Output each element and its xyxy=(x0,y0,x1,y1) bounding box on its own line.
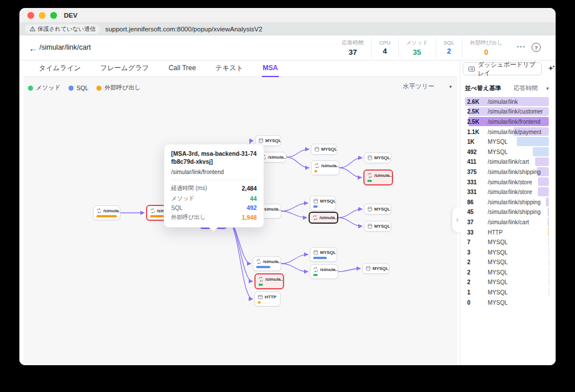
graph-node[interactable]: MYSQL xyxy=(311,144,337,155)
sparkle-plus-icon xyxy=(547,64,556,73)
node-icon xyxy=(96,208,102,213)
row-value: 331 xyxy=(467,179,477,185)
transaction-row[interactable]: 492 MYSQL xyxy=(465,147,549,157)
traffic-light[interactable] xyxy=(50,12,57,19)
graph-node[interactable]: HTTP xyxy=(254,292,281,306)
transaction-row[interactable]: 2.5K /simular/link/customer xyxy=(465,107,549,117)
row-bar xyxy=(548,228,549,237)
transaction-row[interactable]: 86 /simular/link/shipping xyxy=(465,197,549,207)
row-bar xyxy=(517,137,549,146)
tab[interactable]: フレームグラフ xyxy=(99,60,151,77)
graph-node[interactable]: MYSQL xyxy=(362,263,390,274)
node-label: /simula... xyxy=(265,277,284,282)
row-value: 0 xyxy=(467,299,471,305)
database-icon xyxy=(367,207,372,212)
graph-edge xyxy=(339,168,362,177)
transaction-icon xyxy=(258,277,264,282)
help-button[interactable]: ? xyxy=(532,43,541,52)
row-value: 2 xyxy=(467,259,471,265)
transaction-row[interactable]: 1.1K /simular/link/payment xyxy=(465,127,549,137)
transaction-row[interactable]: 411 /simular/link/cart xyxy=(465,157,549,167)
address-bar[interactable]: 保護されていない通信 support.jennifersoft.com:8000… xyxy=(19,23,556,35)
node-metric-bar xyxy=(313,257,327,259)
transaction-row[interactable]: 331 /simular/link/store xyxy=(465,187,549,197)
dashboard-replay-button[interactable]: ダッシュボードリプレイ xyxy=(463,62,542,75)
tooltip-row: メソッド 44 xyxy=(171,195,257,203)
tab[interactable]: Call Tree xyxy=(167,60,197,77)
row-value: 86 xyxy=(467,199,473,205)
graph-edge xyxy=(338,218,362,227)
transaction-icon xyxy=(150,208,155,213)
tab-label: フレームグラフ xyxy=(100,63,149,73)
graph-edge xyxy=(281,254,308,264)
graph-canvas[interactable]: /simula... /simula... /simula... xyxy=(23,77,457,365)
tooltip-row-label: 経過時間 (ms) xyxy=(171,184,207,192)
graph-edge xyxy=(281,211,307,218)
transaction-row[interactable]: 1K MYSQL xyxy=(465,136,549,147)
transaction-row[interactable]: 3 MYSQL xyxy=(465,247,549,257)
graph-node[interactable]: /simula... xyxy=(253,256,281,271)
traffic-lights xyxy=(27,12,57,19)
traffic-light[interactable] xyxy=(27,12,34,19)
transaction-row[interactable]: 375 /simular/link/shipping xyxy=(465,167,549,177)
stat-label: メソッド xyxy=(406,39,428,47)
transaction-row[interactable]: 2 MYSQL xyxy=(465,277,549,288)
stat-value: 4 xyxy=(379,47,391,55)
graph-node[interactable]: /simula... xyxy=(310,264,338,279)
transaction-row[interactable]: 33 HTTP xyxy=(465,227,549,237)
row-value: 45 xyxy=(467,209,473,215)
node-label: /simula... xyxy=(263,259,281,264)
more-button[interactable]: ··· xyxy=(517,42,526,51)
transaction-row[interactable]: 1 MYSQL xyxy=(465,287,549,297)
row-value: 7 xyxy=(467,239,471,245)
graph-node[interactable]: /simula... xyxy=(254,273,284,289)
transaction-row[interactable]: 37 /simular/link/cart xyxy=(465,217,549,227)
sparkle-add-button[interactable] xyxy=(547,64,556,73)
app-header: ← /simular/link/cart 応答時間 37 CPU 4 メソッド … xyxy=(19,35,556,60)
graph-node[interactable]: /simula... xyxy=(93,205,120,220)
graph-node[interactable]: MYSQL xyxy=(364,152,391,163)
graph-node[interactable]: MYSQL xyxy=(310,247,337,262)
traffic-light[interactable] xyxy=(39,12,46,19)
row-label: /simular/link/store xyxy=(488,189,532,195)
sort-select[interactable]: 応答時間 xyxy=(514,84,538,92)
tab[interactable]: テキスト xyxy=(214,60,244,77)
chevron-down-icon[interactable]: ▾ xyxy=(546,86,549,91)
node-icon xyxy=(256,259,261,264)
transaction-row[interactable]: 0 MYSQL xyxy=(465,297,549,308)
transaction-row[interactable]: 2 MYSQL xyxy=(465,257,549,268)
tab[interactable]: タイムライン xyxy=(38,60,82,77)
security-badge[interactable]: 保護されていない通信 xyxy=(25,25,100,34)
transaction-row[interactable]: 2 MYSQL xyxy=(465,267,549,277)
transaction-row[interactable]: 331 /simular/link/store xyxy=(465,177,549,187)
collapse-sidebar-handle[interactable]: › xyxy=(452,207,462,232)
row-bar xyxy=(538,177,549,187)
graph-node[interactable]: MYSQL xyxy=(364,221,391,232)
transaction-row[interactable]: 45 /simular/link/shipping xyxy=(465,207,549,217)
row-bar xyxy=(538,187,549,196)
node-icon xyxy=(314,163,319,168)
row-bar xyxy=(548,217,549,227)
row-label: /simular/link/shipping xyxy=(488,209,541,215)
back-button[interactable]: ← xyxy=(27,42,39,54)
graph-node[interactable]: MYSQL xyxy=(310,196,336,211)
tab[interactable]: MSA xyxy=(262,60,280,77)
row-label: /simular/link/payment xyxy=(488,128,541,135)
node-icon xyxy=(367,173,372,178)
graph-node[interactable]: MYSQL xyxy=(364,204,391,215)
transaction-icon xyxy=(256,259,261,264)
node-icon xyxy=(366,266,371,271)
graph-node[interactable]: /simula... xyxy=(311,160,339,175)
node-icon xyxy=(313,199,318,204)
graph-node[interactable]: /simula... xyxy=(363,169,393,185)
transaction-row[interactable]: 7 MYSQL xyxy=(465,237,549,247)
row-label: /simular/link/frontend xyxy=(488,118,540,124)
transaction-row[interactable]: 2.6K /simular/link xyxy=(465,96,549,107)
row-value: 33 xyxy=(467,229,473,235)
node-tooltip: [MSA-3rd, msa-backend-31-74fb8c79d-xkvsj… xyxy=(164,144,264,228)
dashboard-replay-label: ダッシュボードリプレイ xyxy=(478,60,536,78)
graph-node[interactable]: /simula... xyxy=(309,212,338,224)
node-metric-bar xyxy=(258,284,263,286)
graph-edge xyxy=(286,157,309,168)
transaction-row[interactable]: 2.5K /simular/link/frontend xyxy=(465,116,549,127)
